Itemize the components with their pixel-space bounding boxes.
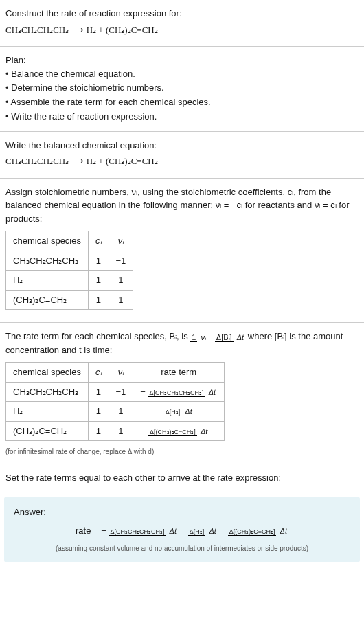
table-row: H₂ 1 1 bbox=[6, 271, 133, 291]
balanced-equation: CH₃CH₂CH₂CH₃ ⟶ H₂ + (CH₃)₂C=CH₂ bbox=[5, 155, 359, 168]
col-species: chemical species bbox=[6, 231, 89, 251]
intro-equation: CH₃CH₂CH₂CH₃ ⟶ H₂ + (CH₃)₂C=CH₂ bbox=[5, 23, 359, 37]
fraction-top: Δ[CH₃CH₂CH₂CH₃] bbox=[148, 389, 205, 397]
table-header-row: chemical species cᵢ νᵢ rate term bbox=[6, 363, 225, 383]
fraction-bot: Δt bbox=[207, 527, 217, 535]
cell-species: (CH₃)₂C=CH₂ bbox=[6, 421, 89, 441]
equals: = bbox=[181, 525, 188, 536]
cell-ci: 1 bbox=[89, 382, 109, 402]
cell-vi: 1 bbox=[109, 271, 133, 291]
table-row: CH₃CH₂CH₂CH₃ 1 −1 bbox=[6, 251, 133, 271]
col-ci: cᵢ bbox=[89, 231, 109, 251]
cell-ci: 1 bbox=[89, 251, 109, 271]
rateterm-note: (for infinitesimal rate of change, repla… bbox=[5, 446, 359, 457]
stoich-intro: Assign stoichiometric numbers, νᵢ, using… bbox=[5, 185, 359, 226]
plan-title: Plan: bbox=[5, 54, 359, 67]
fraction-top: Δ[(CH₃)₂C=CH₂] bbox=[148, 429, 197, 436]
cell-ci: 1 bbox=[89, 290, 109, 310]
cell-species: H₂ bbox=[6, 402, 89, 422]
col-vi: νᵢ bbox=[109, 363, 133, 383]
plan-bullet: • Determine the stoichiometric numbers. bbox=[5, 81, 359, 95]
cell-rateterm: Δ[(CH₃)₂C=CH₂] Δt bbox=[133, 421, 225, 441]
col-vi: νᵢ bbox=[109, 231, 133, 251]
fraction: Δ[H₂] Δt bbox=[188, 527, 218, 536]
table-header-row: chemical species cᵢ νᵢ bbox=[6, 231, 133, 251]
cell-ci: 1 bbox=[89, 402, 109, 422]
intro-title: Construct the rate of reaction expressio… bbox=[5, 7, 359, 21]
cell-species: CH₃CH₂CH₂CH₃ bbox=[6, 251, 89, 271]
fraction-bot: Δt bbox=[168, 527, 178, 535]
rateterm-text: The rate term for each chemical species,… bbox=[5, 330, 359, 356]
fraction-bot: νᵢ bbox=[200, 333, 208, 341]
plan-bullet: • Balance the chemical equation. bbox=[5, 67, 359, 82]
intro-section: Construct the rate of reaction expressio… bbox=[0, 0, 364, 46]
cell-ci: 1 bbox=[89, 271, 109, 291]
cell-species: (CH₃)₂C=CH₂ bbox=[6, 290, 89, 310]
fraction: Δ[(CH₃)₂C=CH₂] Δt bbox=[148, 427, 209, 436]
fraction-top: Δ[H₂] bbox=[164, 409, 182, 416]
rateterm-table: chemical species cᵢ νᵢ rate term CH₃CH₂C… bbox=[5, 362, 225, 441]
cell-rateterm: − Δ[CH₃CH₂CH₂CH₃] Δt bbox=[133, 382, 225, 402]
answer-equation: rate = − Δ[CH₃CH₂CH₂CH₃] Δt = Δ[H₂] Δt =… bbox=[14, 524, 350, 538]
fraction-bot: Δt bbox=[199, 427, 209, 435]
fraction-top: Δ[(CH₃)₂C=CH₂] bbox=[228, 528, 277, 536]
answer-title: Answer: bbox=[14, 505, 350, 519]
col-ci: cᵢ bbox=[89, 363, 109, 383]
fraction-bot: Δt bbox=[183, 407, 193, 416]
stoich-section: Assign stoichiometric numbers, νᵢ, using… bbox=[0, 179, 364, 323]
fraction: Δ[H₂] Δt bbox=[164, 407, 194, 416]
plan-bullet: • Write the rate of reaction expression. bbox=[5, 110, 359, 124]
fraction: Δ[(CH₃)₂C=CH₂] Δt bbox=[228, 527, 288, 536]
plan-section: Plan: • Balance the chemical equation. •… bbox=[0, 47, 364, 131]
fraction: Δ[CH₃CH₂CH₂CH₃] Δt bbox=[109, 527, 178, 536]
cell-species: CH₃CH₂CH₂CH₃ bbox=[6, 382, 89, 402]
rateterm-pre: The rate term for each chemical species,… bbox=[5, 331, 190, 341]
answer-box: Answer: rate = − Δ[CH₃CH₂CH₂CH₃] Δt = Δ[… bbox=[4, 497, 360, 562]
plan-bullet: • Assemble the rate term for each chemic… bbox=[5, 95, 359, 110]
balanced-title: Write the balanced chemical equation: bbox=[5, 139, 359, 152]
cell-vi: 1 bbox=[109, 402, 133, 422]
stoich-table: chemical species cᵢ νᵢ CH₃CH₂CH₂CH₃ 1 −1… bbox=[5, 231, 133, 310]
table-row: H₂ 1 1 Δ[H₂] Δt bbox=[6, 402, 225, 422]
balanced-section: Write the balanced chemical equation: CH… bbox=[0, 132, 364, 178]
cell-ci: 1 bbox=[89, 421, 109, 441]
col-rateterm: rate term bbox=[133, 363, 225, 383]
rateterm-section: The rate term for each chemical species,… bbox=[0, 323, 364, 464]
table-row: (CH₃)₂C=CH₂ 1 1 Δ[(CH₃)₂C=CH₂] Δt bbox=[6, 421, 225, 441]
fraction-bot: Δt bbox=[207, 388, 217, 396]
fraction: Δ[CH₃CH₂CH₂CH₃] Δt bbox=[148, 388, 218, 397]
final-section: Set the rate terms equal to each other t… bbox=[0, 464, 364, 492]
cell-vi: −1 bbox=[109, 382, 133, 402]
answer-rate-pre: rate = − bbox=[76, 525, 106, 536]
neg-sign: − bbox=[140, 387, 146, 397]
fraction-top: Δ[CH₃CH₂CH₂CH₃] bbox=[109, 528, 166, 536]
cell-vi: −1 bbox=[109, 251, 133, 271]
table-row: CH₃CH₂CH₂CH₃ 1 −1 − Δ[CH₃CH₂CH₂CH₃] Δt bbox=[6, 382, 225, 402]
fraction-bot: Δt bbox=[279, 527, 288, 535]
fraction-top: 1 bbox=[190, 333, 197, 342]
fraction: 1 νᵢ bbox=[190, 333, 207, 341]
fraction-bot: Δt bbox=[236, 333, 245, 341]
table-row: (CH₃)₂C=CH₂ 1 1 bbox=[6, 290, 133, 310]
fraction-top: Δ[Bᵢ] bbox=[215, 333, 234, 342]
cell-rateterm: Δ[H₂] Δt bbox=[133, 402, 225, 422]
col-species: chemical species bbox=[6, 363, 89, 383]
fraction: Δ[Bᵢ] Δt bbox=[215, 333, 245, 341]
answer-note: (assuming constant volume and no accumul… bbox=[14, 543, 350, 554]
final-title: Set the rate terms equal to each other t… bbox=[5, 471, 359, 485]
cell-species: H₂ bbox=[6, 271, 89, 291]
fraction-top: Δ[H₂] bbox=[188, 528, 206, 536]
equals: = bbox=[220, 525, 227, 536]
cell-vi: 1 bbox=[109, 290, 133, 310]
cell-vi: 1 bbox=[109, 421, 133, 441]
